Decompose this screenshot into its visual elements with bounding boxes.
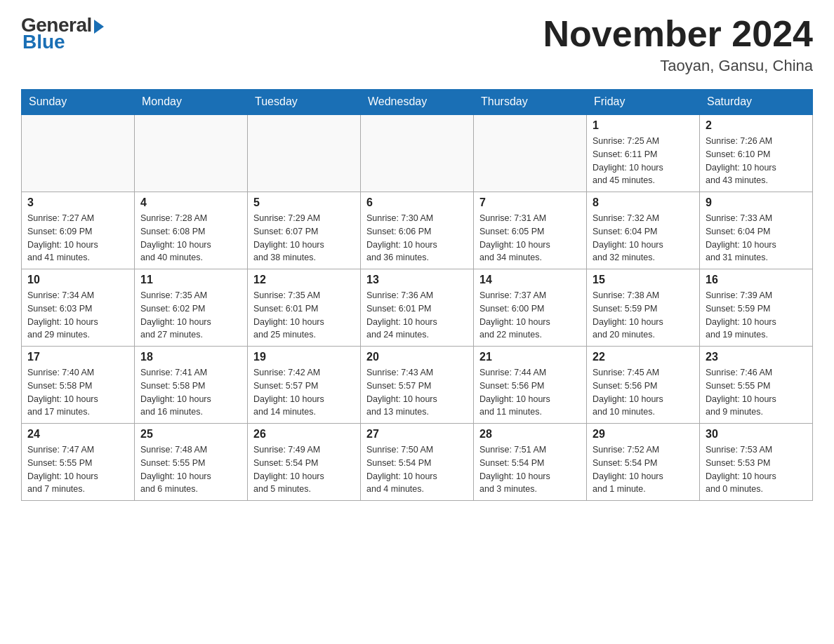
calendar-cell: 9Sunrise: 7:33 AM Sunset: 6:04 PM Daylig… <box>700 192 813 269</box>
day-number: 14 <box>479 274 581 286</box>
calendar-cell: 17Sunrise: 7:40 AM Sunset: 5:58 PM Dayli… <box>22 347 135 424</box>
day-number: 29 <box>593 428 694 441</box>
calendar-cell: 28Sunrise: 7:51 AM Sunset: 5:54 PM Dayli… <box>474 424 587 501</box>
day-info: Sunrise: 7:27 AM Sunset: 6:09 PM Dayligh… <box>27 212 128 264</box>
calendar-cell <box>135 114 248 192</box>
calendar-cell: 23Sunrise: 7:46 AM Sunset: 5:55 PM Dayli… <box>700 347 813 424</box>
calendar-cell: 1Sunrise: 7:25 AM Sunset: 6:11 PM Daylig… <box>587 114 700 192</box>
day-number: 13 <box>366 274 468 286</box>
weekday-header-sunday: Sunday <box>22 90 135 115</box>
calendar-cell: 12Sunrise: 7:35 AM Sunset: 6:01 PM Dayli… <box>248 269 361 347</box>
weekday-header-thursday: Thursday <box>474 90 587 115</box>
day-info: Sunrise: 7:32 AM Sunset: 6:04 PM Dayligh… <box>593 212 694 264</box>
weekday-header-friday: Friday <box>587 90 700 115</box>
week-row-3: 10Sunrise: 7:34 AM Sunset: 6:03 PM Dayli… <box>22 269 813 347</box>
weekday-header-row: SundayMondayTuesdayWednesdayThursdayFrid… <box>22 90 813 115</box>
day-info: Sunrise: 7:34 AM Sunset: 6:03 PM Dayligh… <box>27 289 128 342</box>
calendar-cell: 14Sunrise: 7:37 AM Sunset: 6:00 PM Dayli… <box>474 269 587 347</box>
calendar-cell: 6Sunrise: 7:30 AM Sunset: 6:06 PM Daylig… <box>361 192 474 269</box>
day-info: Sunrise: 7:38 AM Sunset: 5:59 PM Dayligh… <box>593 289 694 342</box>
calendar-cell: 20Sunrise: 7:43 AM Sunset: 5:57 PM Dayli… <box>361 347 474 424</box>
day-number: 3 <box>27 196 128 209</box>
calendar-cell: 30Sunrise: 7:53 AM Sunset: 5:53 PM Dayli… <box>700 424 813 501</box>
location-text: Taoyan, Gansu, China <box>543 57 813 75</box>
day-number: 23 <box>706 351 807 363</box>
weekday-header-saturday: Saturday <box>700 90 813 115</box>
calendar-cell: 24Sunrise: 7:47 AM Sunset: 5:55 PM Dayli… <box>22 424 135 501</box>
week-row-5: 24Sunrise: 7:47 AM Sunset: 5:55 PM Dayli… <box>22 424 813 501</box>
day-number: 30 <box>706 428 807 441</box>
day-number: 11 <box>140 274 241 286</box>
day-number: 10 <box>27 274 128 286</box>
calendar-header: SundayMondayTuesdayWednesdayThursdayFrid… <box>22 90 813 115</box>
calendar-cell: 2Sunrise: 7:26 AM Sunset: 6:10 PM Daylig… <box>700 114 813 192</box>
calendar-cell: 11Sunrise: 7:35 AM Sunset: 6:02 PM Dayli… <box>135 269 248 347</box>
day-number: 17 <box>27 351 128 363</box>
day-info: Sunrise: 7:49 AM Sunset: 5:54 PM Dayligh… <box>253 443 355 496</box>
day-info: Sunrise: 7:37 AM Sunset: 6:00 PM Dayligh… <box>479 289 581 342</box>
day-number: 18 <box>140 351 241 363</box>
calendar-cell: 15Sunrise: 7:38 AM Sunset: 5:59 PM Dayli… <box>587 269 700 347</box>
calendar-cell: 21Sunrise: 7:44 AM Sunset: 5:56 PM Dayli… <box>474 347 587 424</box>
weekday-header-tuesday: Tuesday <box>248 90 361 115</box>
day-number: 24 <box>27 428 128 441</box>
month-title: November 2024 <box>543 14 813 54</box>
calendar-cell: 18Sunrise: 7:41 AM Sunset: 5:58 PM Dayli… <box>135 347 248 424</box>
day-number: 28 <box>479 428 581 441</box>
calendar-cell: 22Sunrise: 7:45 AM Sunset: 5:56 PM Dayli… <box>587 347 700 424</box>
day-info: Sunrise: 7:47 AM Sunset: 5:55 PM Dayligh… <box>27 443 128 496</box>
day-number: 1 <box>593 119 694 132</box>
calendar-cell: 19Sunrise: 7:42 AM Sunset: 5:57 PM Dayli… <box>248 347 361 424</box>
day-info: Sunrise: 7:28 AM Sunset: 6:08 PM Dayligh… <box>140 212 241 264</box>
day-info: Sunrise: 7:52 AM Sunset: 5:54 PM Dayligh… <box>593 443 694 496</box>
calendar-cell: 13Sunrise: 7:36 AM Sunset: 6:01 PM Dayli… <box>361 269 474 347</box>
calendar-cell <box>22 114 135 192</box>
calendar-cell: 4Sunrise: 7:28 AM Sunset: 6:08 PM Daylig… <box>135 192 248 269</box>
day-number: 12 <box>253 274 355 286</box>
day-info: Sunrise: 7:48 AM Sunset: 5:55 PM Dayligh… <box>140 443 241 496</box>
day-info: Sunrise: 7:41 AM Sunset: 5:58 PM Dayligh… <box>140 366 241 419</box>
day-number: 19 <box>253 351 355 363</box>
day-number: 2 <box>706 119 807 132</box>
day-number: 7 <box>479 196 581 209</box>
day-number: 26 <box>253 428 355 441</box>
calendar-cell: 26Sunrise: 7:49 AM Sunset: 5:54 PM Dayli… <box>248 424 361 501</box>
calendar-cell: 5Sunrise: 7:29 AM Sunset: 6:07 PM Daylig… <box>248 192 361 269</box>
calendar-cell: 27Sunrise: 7:50 AM Sunset: 5:54 PM Dayli… <box>361 424 474 501</box>
title-block: November 2024 Taoyan, Gansu, China <box>543 14 813 75</box>
day-info: Sunrise: 7:44 AM Sunset: 5:56 PM Dayligh… <box>479 366 581 419</box>
day-info: Sunrise: 7:45 AM Sunset: 5:56 PM Dayligh… <box>593 366 694 419</box>
day-info: Sunrise: 7:53 AM Sunset: 5:53 PM Dayligh… <box>706 443 807 496</box>
day-info: Sunrise: 7:26 AM Sunset: 6:10 PM Dayligh… <box>706 135 807 187</box>
day-info: Sunrise: 7:33 AM Sunset: 6:04 PM Dayligh… <box>706 212 807 264</box>
weekday-header-monday: Monday <box>135 90 248 115</box>
day-number: 20 <box>366 351 468 363</box>
week-row-2: 3Sunrise: 7:27 AM Sunset: 6:09 PM Daylig… <box>22 192 813 269</box>
calendar-cell: 8Sunrise: 7:32 AM Sunset: 6:04 PM Daylig… <box>587 192 700 269</box>
day-info: Sunrise: 7:42 AM Sunset: 5:57 PM Dayligh… <box>253 366 355 419</box>
day-number: 16 <box>706 274 807 286</box>
weekday-header-wednesday: Wednesday <box>361 90 474 115</box>
calendar-cell: 3Sunrise: 7:27 AM Sunset: 6:09 PM Daylig… <box>22 192 135 269</box>
day-info: Sunrise: 7:43 AM Sunset: 5:57 PM Dayligh… <box>366 366 468 419</box>
day-number: 6 <box>366 196 468 209</box>
day-info: Sunrise: 7:35 AM Sunset: 6:01 PM Dayligh… <box>253 289 355 342</box>
calendar-cell <box>248 114 361 192</box>
day-info: Sunrise: 7:31 AM Sunset: 6:05 PM Dayligh… <box>479 212 581 264</box>
day-number: 15 <box>593 274 694 286</box>
calendar-cell <box>361 114 474 192</box>
day-info: Sunrise: 7:50 AM Sunset: 5:54 PM Dayligh… <box>366 443 468 496</box>
calendar-body: 1Sunrise: 7:25 AM Sunset: 6:11 PM Daylig… <box>22 114 813 501</box>
day-info: Sunrise: 7:39 AM Sunset: 5:59 PM Dayligh… <box>706 289 807 342</box>
calendar-cell: 10Sunrise: 7:34 AM Sunset: 6:03 PM Dayli… <box>22 269 135 347</box>
day-number: 8 <box>593 196 694 209</box>
logo-arrow-icon <box>94 20 104 34</box>
day-info: Sunrise: 7:51 AM Sunset: 5:54 PM Dayligh… <box>479 443 581 496</box>
logo: General Blue <box>21 14 104 53</box>
day-info: Sunrise: 7:36 AM Sunset: 6:01 PM Dayligh… <box>366 289 468 342</box>
logo-blue-text: Blue <box>22 31 65 53</box>
day-info: Sunrise: 7:40 AM Sunset: 5:58 PM Dayligh… <box>27 366 128 419</box>
day-number: 4 <box>140 196 241 209</box>
day-info: Sunrise: 7:25 AM Sunset: 6:11 PM Dayligh… <box>593 135 694 187</box>
day-info: Sunrise: 7:29 AM Sunset: 6:07 PM Dayligh… <box>253 212 355 264</box>
